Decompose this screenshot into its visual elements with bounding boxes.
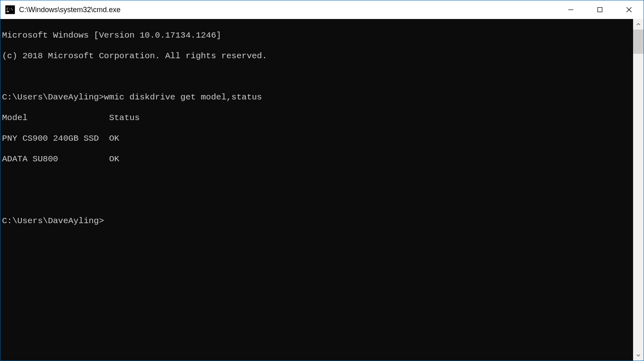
- scroll-down-arrow-icon[interactable]: [633, 350, 644, 361]
- window-title: C:\Windows\system32\cmd.exe: [19, 6, 121, 14]
- prompt-path: C:\Users\DaveAyling>: [2, 93, 104, 102]
- prompt-command: wmic diskdrive get model,status: [104, 93, 262, 102]
- col-model: ADATA SU800: [2, 154, 109, 164]
- close-button[interactable]: [614, 0, 644, 19]
- blank-line: [2, 175, 633, 185]
- prompt-line: C:\Users\DaveAyling>: [2, 216, 633, 226]
- blank-line: [2, 72, 633, 82]
- scroll-up-arrow-icon[interactable]: [633, 19, 644, 30]
- svg-text:C:\: C:\: [6, 7, 13, 11]
- prompt-path: C:\Users\DaveAyling>: [2, 216, 104, 226]
- table-header: Model Status: [2, 113, 633, 123]
- scrollbar-track[interactable]: [633, 30, 644, 350]
- blank-line: [2, 195, 633, 206]
- col-model: PNY CS900 240GB SSD: [2, 134, 109, 143]
- banner-line: (c) 2018 Microsoft Corporation. All righ…: [2, 51, 633, 61]
- minimize-button[interactable]: [556, 0, 585, 19]
- col-status: Status: [109, 113, 140, 122]
- maximize-button[interactable]: [585, 0, 614, 19]
- table-row: ADATA SU800 OK: [2, 154, 633, 165]
- banner-line: Microsoft Windows [Version 10.0.17134.12…: [2, 30, 633, 41]
- window-controls: [556, 0, 644, 19]
- col-status: OK: [109, 134, 119, 143]
- table-row: PNY CS900 240GB SSD OK: [2, 133, 633, 144]
- terminal-output[interactable]: Microsoft Windows [Version 10.0.17134.12…: [0, 19, 633, 361]
- col-status: OK: [109, 154, 119, 164]
- cmd-icon: C:\: [5, 5, 15, 14]
- titlebar[interactable]: C:\ C:\Windows\system32\cmd.exe: [0, 0, 644, 19]
- scrollbar-thumb[interactable]: [633, 30, 644, 54]
- vertical-scrollbar[interactable]: [633, 19, 644, 361]
- col-model: Model: [2, 113, 109, 122]
- client-area: Microsoft Windows [Version 10.0.17134.12…: [0, 19, 644, 361]
- svg-rect-4: [598, 8, 602, 12]
- svg-rect-2: [6, 11, 9, 12]
- cmd-window: C:\ C:\Windows\system32\cmd.exe Microsof…: [0, 0, 644, 361]
- prompt-line: C:\Users\DaveAyling>wmic diskdrive get m…: [2, 92, 633, 103]
